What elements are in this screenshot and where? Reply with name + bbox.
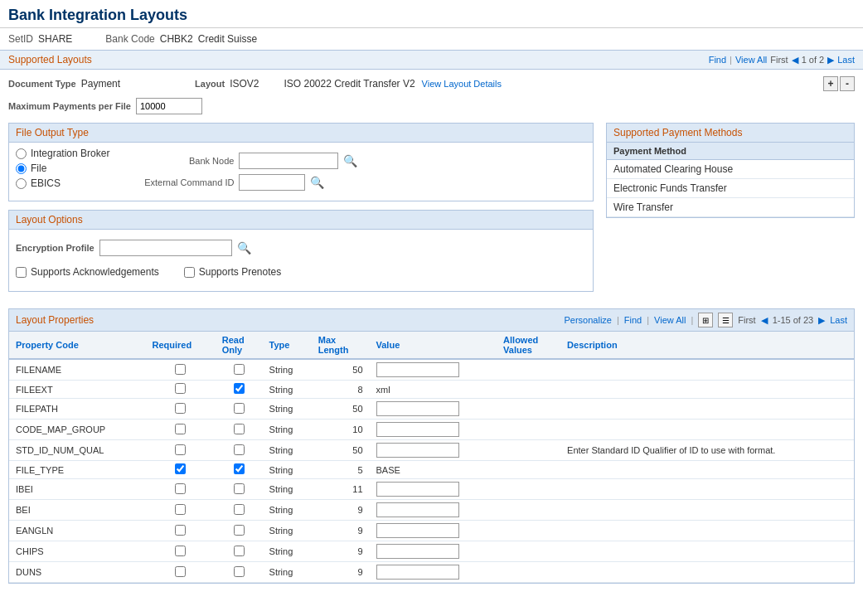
required-checkbox[interactable] — [175, 364, 186, 375]
prev-props-arrow[interactable]: ◀ — [761, 315, 768, 326]
remove-row-btn[interactable]: - — [840, 76, 855, 91]
required-checkbox[interactable] — [175, 424, 186, 434]
prop-value-input[interactable] — [376, 482, 459, 497]
bank-name: Credit Suisse — [198, 33, 257, 45]
file-radio[interactable] — [16, 163, 27, 174]
layout-properties-header: Layout Properties Personalize | Find | V… — [9, 309, 854, 332]
encryption-input[interactable] — [99, 240, 232, 256]
col-value: Value — [370, 332, 497, 359]
prop-allowed-cell — [497, 521, 560, 541]
readonly-checkbox[interactable] — [234, 546, 245, 556]
prop-value-input[interactable] — [376, 401, 459, 416]
prop-value-input[interactable] — [376, 502, 459, 517]
prop-required-cell — [145, 440, 215, 461]
next-arrow[interactable]: ▶ — [827, 55, 834, 65]
layout-options-header: Layout Options — [9, 211, 593, 230]
view-layout-details-link[interactable]: View Layout Details — [422, 79, 502, 89]
prop-value-input[interactable] — [376, 443, 459, 458]
prop-maxlength-cell: 8 — [312, 381, 370, 399]
find-props-link[interactable]: Find — [624, 315, 642, 325]
required-checkbox[interactable] — [175, 383, 186, 394]
bank-node-search-icon[interactable]: 🔍 — [343, 154, 357, 167]
prop-value-cell — [370, 479, 497, 500]
prop-value-input[interactable] — [376, 422, 459, 437]
setid-label: SetID — [8, 33, 33, 45]
view-all-link[interactable]: View All — [735, 55, 767, 65]
layout-prop-row: FILENAMEString50 — [9, 359, 854, 381]
prop-code-cell: CODE_MAP_GROUP — [9, 420, 145, 440]
max-payments-input[interactable] — [136, 98, 202, 114]
file-label: File — [31, 162, 46, 174]
supported-layouts-title: Supported Layouts — [8, 54, 92, 65]
add-row-btn[interactable]: + — [823, 76, 838, 91]
integration-broker-radio[interactable] — [16, 148, 27, 159]
prop-code-cell: EANGLN — [9, 521, 145, 541]
nav-controls: Find | View All First ◀ 1 of 2 ▶ Last — [709, 55, 855, 65]
prop-value-input[interactable] — [376, 362, 459, 377]
payment-methods-header: Supported Payment Methods — [607, 124, 854, 143]
pagination: 1 of 2 — [802, 55, 825, 65]
readonly-checkbox[interactable] — [234, 463, 245, 474]
required-checkbox[interactable] — [175, 504, 186, 515]
prop-type-cell: String — [263, 479, 312, 500]
required-checkbox[interactable] — [175, 525, 186, 536]
encryption-search-icon[interactable]: 🔍 — [237, 241, 251, 255]
prop-maxlength-cell: 50 — [312, 359, 370, 381]
view-all-props-link[interactable]: View All — [654, 315, 686, 325]
table-view-btn[interactable]: ☰ — [718, 313, 733, 327]
prop-description-cell: Enter Standard ID Qualifier of ID to use… — [560, 440, 854, 461]
personalize-link[interactable]: Personalize — [564, 315, 611, 325]
required-checkbox[interactable] — [175, 566, 186, 577]
readonly-checkbox[interactable] — [234, 566, 245, 577]
readonly-checkbox[interactable] — [234, 504, 245, 515]
readonly-checkbox[interactable] — [234, 383, 245, 394]
prop-value-input[interactable] — [376, 523, 459, 538]
prop-maxlength-cell: 50 — [312, 399, 370, 420]
prop-readonly-cell — [216, 461, 263, 479]
supports-prenotes-label: Supports Prenotes — [199, 266, 281, 278]
external-command-input[interactable] — [239, 174, 305, 191]
prop-value-input[interactable] — [376, 544, 459, 559]
required-checkbox[interactable] — [175, 403, 186, 414]
prop-value-cell — [370, 562, 497, 583]
readonly-checkbox[interactable] — [234, 525, 245, 536]
required-checkbox[interactable] — [175, 444, 186, 455]
file-output-header: File Output Type — [9, 124, 593, 143]
supports-acknowledgements-checkbox[interactable] — [16, 267, 27, 278]
bank-node-input[interactable] — [239, 153, 338, 169]
next-props-arrow[interactable]: ▶ — [818, 315, 825, 326]
prop-code-cell: FILE_TYPE — [9, 461, 145, 479]
required-checkbox[interactable] — [175, 483, 186, 494]
ebics-radio[interactable] — [16, 178, 27, 189]
readonly-checkbox[interactable] — [234, 483, 245, 494]
last-props-link[interactable]: Last — [830, 315, 847, 325]
readonly-checkbox[interactable] — [234, 364, 245, 375]
prop-value-cell — [370, 399, 497, 420]
external-command-search-icon[interactable]: 🔍 — [310, 176, 324, 189]
col-type: Type — [263, 332, 312, 359]
readonly-checkbox[interactable] — [234, 403, 245, 414]
prev-arrow[interactable]: ◀ — [792, 55, 798, 65]
supports-prenotes-checkbox[interactable] — [184, 267, 195, 278]
prop-readonly-cell — [216, 381, 263, 399]
col-description: Description — [560, 332, 854, 359]
payment-method-wire: Wire Transfer — [607, 198, 854, 217]
layout-prop-row: EANGLNString9 — [9, 521, 854, 541]
setid-value: SHARE — [38, 33, 72, 45]
grid-view-btn[interactable]: ⊞ — [698, 313, 713, 327]
required-checkbox[interactable] — [175, 546, 186, 556]
prop-allowed-cell — [497, 500, 560, 521]
layout-properties-table: Property Code Required ReadOnly Type Max… — [9, 332, 854, 583]
prop-readonly-cell — [216, 562, 263, 583]
file-output-radio-group: Integration Broker File EBICS — [16, 148, 109, 192]
prop-code-cell: DUNS — [9, 562, 145, 583]
prop-allowed-cell — [497, 381, 560, 399]
prop-value-input[interactable] — [376, 565, 459, 580]
last-link[interactable]: Last — [837, 55, 855, 65]
required-checkbox[interactable] — [175, 463, 186, 474]
find-link[interactable]: Find — [709, 55, 726, 65]
bank-code-label: Bank Code — [105, 33, 154, 45]
readonly-checkbox[interactable] — [234, 444, 245, 455]
readonly-checkbox[interactable] — [234, 424, 245, 434]
prop-readonly-cell — [216, 420, 263, 440]
